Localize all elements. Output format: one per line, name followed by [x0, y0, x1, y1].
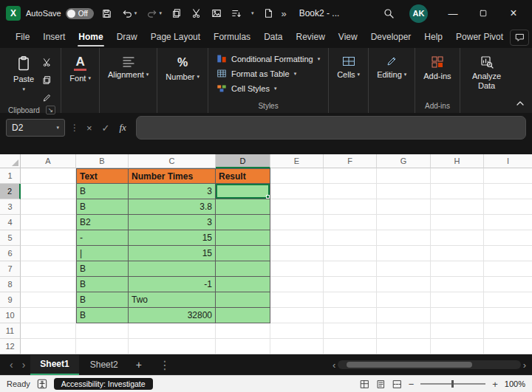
- column-header-B[interactable]: B: [76, 154, 129, 168]
- insert-function-button[interactable]: fx: [117, 122, 129, 134]
- row-header-12[interactable]: 12: [0, 339, 21, 354]
- cell-F4[interactable]: [324, 215, 377, 230]
- cell-I8[interactable]: [484, 277, 532, 292]
- page-layout-view-icon[interactable]: [376, 379, 386, 389]
- cell-F10[interactable]: [324, 308, 377, 323]
- cell-I7[interactable]: [484, 261, 532, 277]
- save-button[interactable]: [99, 7, 115, 21]
- autosave-pill[interactable]: Off: [66, 8, 94, 19]
- column-header-D[interactable]: D: [216, 154, 270, 168]
- copy-ribbon-button[interactable]: [41, 75, 53, 87]
- cell-D2[interactable]: [216, 184, 270, 199]
- tab-formulas[interactable]: Formulas: [207, 27, 257, 47]
- cell-H12[interactable]: [431, 339, 484, 354]
- cell-A10[interactable]: [21, 308, 76, 323]
- alignment-menu-button[interactable]: Alignment▾: [105, 52, 151, 80]
- cell-F7[interactable]: [324, 261, 377, 277]
- column-header-A[interactable]: A: [21, 154, 76, 168]
- close-button[interactable]: ×: [501, 2, 526, 24]
- number-menu-button[interactable]: % Number▾: [163, 52, 202, 83]
- cut-ribbon-button[interactable]: [41, 58, 53, 69]
- cell-I4[interactable]: [484, 215, 532, 230]
- cell-D6[interactable]: [216, 246, 270, 261]
- sheet-tab-sheet1[interactable]: Sheet1: [30, 355, 78, 375]
- paste-button[interactable]: Paste ▾: [10, 52, 37, 94]
- zoom-slider-knob[interactable]: [451, 380, 454, 388]
- cell-I11[interactable]: [484, 323, 532, 339]
- zoom-in-button[interactable]: +: [492, 379, 498, 390]
- tab-data[interactable]: Data: [257, 27, 289, 47]
- row-header-4[interactable]: 4: [0, 215, 21, 230]
- cell-B11[interactable]: [76, 323, 129, 339]
- addins-button[interactable]: Add-ins: [420, 52, 454, 82]
- cell-G3[interactable]: [377, 199, 431, 215]
- cell-F3[interactable]: [324, 199, 377, 215]
- cell-H1[interactable]: [431, 168, 484, 184]
- cell-I12[interactable]: [484, 339, 532, 354]
- cell-E12[interactable]: [270, 339, 324, 354]
- column-header-H[interactable]: H: [431, 154, 484, 168]
- scroll-right-icon[interactable]: ›: [523, 360, 526, 371]
- horizontal-scrollbar[interactable]: ‹ ›: [332, 360, 526, 371]
- cell-H10[interactable]: [431, 308, 484, 323]
- sheet-nav-left-icon[interactable]: ‹: [6, 359, 17, 371]
- cell-E3[interactable]: [270, 199, 324, 215]
- tabbar-more-icon[interactable]: ⋮: [159, 358, 171, 372]
- column-header-E[interactable]: E: [270, 154, 324, 168]
- cell-I5[interactable]: [484, 230, 532, 246]
- qat-overflow-icon[interactable]: »: [281, 8, 286, 19]
- cell-D1[interactable]: Result: [216, 168, 270, 184]
- cell-B5[interactable]: -: [76, 230, 129, 246]
- cell-I9[interactable]: [484, 292, 532, 308]
- scrollbar-track[interactable]: [338, 360, 520, 369]
- cell-E9[interactable]: [270, 292, 324, 308]
- row-header-8[interactable]: 8: [0, 277, 21, 292]
- cell-E11[interactable]: [270, 323, 324, 339]
- analyze-data-button[interactable]: Analyze Data: [466, 52, 508, 92]
- row-header-10[interactable]: 10: [0, 308, 21, 323]
- row-header-11[interactable]: 11: [0, 323, 21, 339]
- cell-F1[interactable]: [324, 168, 377, 184]
- tab-page-layout[interactable]: Page Layout: [144, 27, 207, 47]
- cell-G5[interactable]: [377, 230, 431, 246]
- row-header-1[interactable]: 1: [0, 168, 21, 184]
- tab-help[interactable]: Help: [417, 27, 449, 47]
- cell-A5[interactable]: [21, 230, 76, 246]
- column-header-I[interactable]: I: [484, 154, 532, 168]
- cell-I6[interactable]: [484, 246, 532, 261]
- cell-A6[interactable]: [21, 246, 76, 261]
- cell-D10[interactable]: [216, 308, 270, 323]
- cell-C2[interactable]: 3: [129, 184, 216, 199]
- editing-menu-button[interactable]: Editing▾: [374, 52, 409, 80]
- scrollbar-thumb[interactable]: [347, 362, 472, 368]
- formula-input[interactable]: [136, 116, 526, 140]
- cell-C8[interactable]: -1: [129, 277, 216, 292]
- cell-C7[interactable]: [129, 261, 216, 277]
- comments-button[interactable]: [510, 30, 529, 46]
- row-header-2[interactable]: 2: [0, 184, 21, 199]
- cell-G10[interactable]: [377, 308, 431, 323]
- cell-C10[interactable]: 32800: [129, 308, 216, 323]
- cell-B7[interactable]: B: [76, 261, 129, 277]
- cell-H6[interactable]: [431, 246, 484, 261]
- cell-B12[interactable]: [76, 339, 129, 354]
- zoom-out-button[interactable]: −: [409, 379, 415, 390]
- tab-file[interactable]: File: [9, 27, 36, 47]
- cell-H5[interactable]: [431, 230, 484, 246]
- cell-I1[interactable]: [484, 168, 532, 184]
- cell-C4[interactable]: 3: [129, 215, 216, 230]
- cell-H11[interactable]: [431, 323, 484, 339]
- cell-A4[interactable]: [21, 215, 76, 230]
- cell-D8[interactable]: [216, 277, 270, 292]
- row-header-5[interactable]: 5: [0, 230, 21, 246]
- undo-button[interactable]: ▾: [120, 7, 140, 21]
- column-header-G[interactable]: G: [377, 154, 431, 168]
- cell-C12[interactable]: [129, 339, 216, 354]
- cell-A3[interactable]: [21, 199, 76, 215]
- cancel-button[interactable]: ×: [84, 123, 95, 134]
- cell-B3[interactable]: B: [76, 199, 129, 215]
- cell-D4[interactable]: [216, 215, 270, 230]
- redo-chevron-icon[interactable]: ▾: [159, 10, 162, 16]
- zoom-level[interactable]: 100%: [505, 379, 525, 388]
- cell-D5[interactable]: [216, 230, 270, 246]
